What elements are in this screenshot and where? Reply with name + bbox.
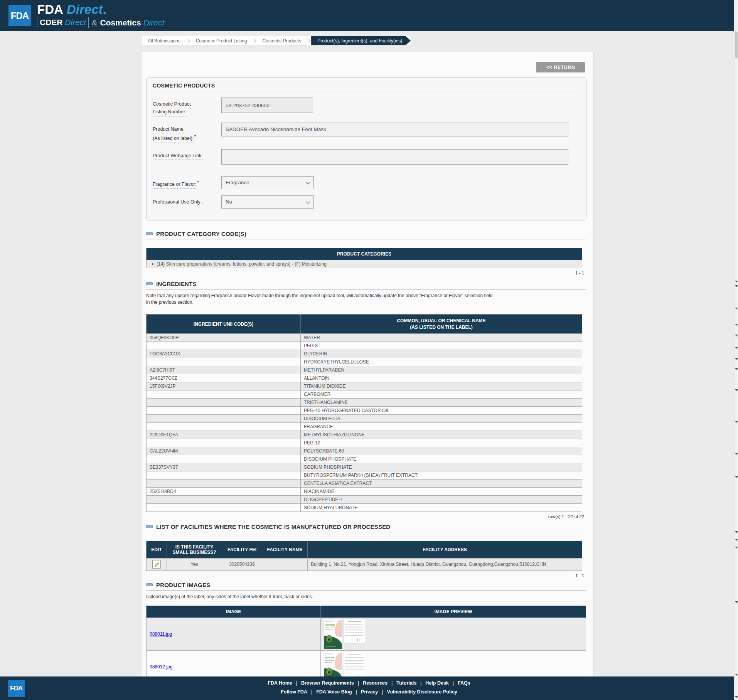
ingredient-name: TITANIUM DIOXIDE [301,382,582,390]
images-table: IMAGE IMAGE PREVIEW 088011.jpg SADOER Av… [146,606,586,683]
thumb-back-title [348,654,361,655]
footer-link[interactable]: Privacy [361,689,378,695]
thumb-script-text: Avocado [325,656,335,659]
site-footer: FDA FDA Home|Browser Requirements|Resour… [0,676,738,700]
footer-link[interactable]: FAQs [458,680,470,686]
image-col-header: IMAGE [147,606,321,618]
scrollbar-tick-icon [735,389,738,391]
barcode-graphic [357,638,363,642]
header-line: COMMON, USUAL OR CHEMICAL NAME [303,318,580,324]
breadcrumb-current-page: Product(s), Ingredient(s), and Facility(… [311,36,411,45]
image-file-link[interactable]: 088011.jpg [150,631,172,637]
scrollbar[interactable] [734,0,738,700]
ingredient-row: PEG-40 HYDROGENATED CASTOR OIL [147,406,582,414]
breadcrumb-all-submissions[interactable]: All Submissions [142,36,186,45]
webpage-link-input[interactable] [221,149,568,165]
ingredient-name: PEG-8 [301,342,582,350]
footer-link-separator: | [358,680,359,686]
thumb-back-lines [345,623,364,638]
label-front-thumbnail[interactable]: SADOER Avocado Nicotinamide Foot Mask [324,619,342,649]
ingredient-row: 229D0E1QFAMETHYLISOTHIAZOLINONE [147,431,582,439]
ingredient-row: 15FIX9V2JPTITANIUM DIOXIDE [147,382,582,390]
professional-use-row: Professional Use Only : No [153,195,580,209]
ingredient-name: METHYLISOTHIAZOLINONE [301,431,582,439]
ingredient-row: PDC6A3C0OXGLYCERIN [147,350,582,358]
breadcrumb-cosmetic-products[interactable]: Cosmetic Products [257,36,307,45]
ingredient-unii-code: 229D0E1QFA [147,431,301,439]
fragrance-select[interactable]: Fragrance [221,176,314,189]
product-name-row: Product Name (As listed on label):* [153,123,580,143]
ingredient-row: PEG-8 [147,342,582,350]
footer-link-separator: | [356,689,357,695]
fragrance-select-value: Fragrance [226,180,249,185]
footer-link-separator: | [453,680,454,686]
return-button[interactable]: << RETURN [536,62,585,72]
scrollbar-tick-icon [735,674,738,676]
footer-link[interactable]: FDA Voice Blog [316,689,352,695]
thumb-back-lines [345,656,364,670]
scrollbar-tick-icon [735,358,738,360]
scrollbar-tick-icon [735,281,738,283]
category-section-header: PRODUCT CATEGORY CODE(S) [146,231,586,239]
ingredient-name: DISODIUM EDTA [301,414,582,422]
ingredient-name: GLYCERIN [301,350,582,358]
thumb-back-title [348,621,361,622]
collapse-minus-icon[interactable] [146,282,153,285]
images-note: Upload image(s) of the label, any sides … [146,594,586,600]
label-back-thumbnail[interactable] [344,619,365,644]
ingredient-row: OLIGOPEPTIDE-1 [147,495,582,503]
webpage-link-label: Product Webpage Link: [153,149,221,165]
ingredient-unii-code: 25X51I8RD4 [147,487,301,495]
ingredient-row: 059QF0KO0RWATER [147,333,582,342]
brand-ampersand: & [91,18,97,27]
ingredient-row: CENTELLA ASIATICA EXTRACT [147,479,582,487]
thumb-script-text: Avocado [325,623,335,626]
images-section-header: PRODUCT IMAGES [146,582,586,591]
pencil-icon [154,562,160,567]
ingredient-unii-code [147,398,301,406]
image-file-link[interactable]: 088012.jpg [150,664,172,670]
professional-use-label: Professional Use Only : [153,195,221,209]
listing-number-row: Cosmetic Product Listing Number: [153,98,580,116]
footer-link[interactable]: Vulnerability Disclosure Policy [387,689,457,695]
chevron-right-icon [253,39,257,43]
collapse-minus-icon[interactable] [146,583,153,586]
categories-table-header: PRODUCT CATEGORIES [147,248,582,260]
image-preview: SADOER Avocado Nicotinamide Foot Mask [324,619,583,649]
footer-link[interactable]: FDA Home [268,680,292,686]
breadcrumb-cosmetic-product-listing[interactable]: Cosmetic Product Listing [190,36,253,45]
ingredient-unii-code [147,342,301,350]
thumb-brand-text: SADOER [325,653,334,655]
ingredient-unii-code [147,495,301,503]
facility-fei-header: FACILITY FEI [222,541,262,558]
product-name-input[interactable] [221,123,568,136]
collapse-minus-icon[interactable] [146,525,153,528]
chevron-down-icon [306,180,310,184]
footer-link[interactable]: Browser Requirements [301,680,354,686]
cosmetic-products-panel: COSMETIC PRODUCTS Cosmetic Product Listi… [146,77,586,220]
listing-number-input[interactable] [221,98,313,113]
thumb-text-lines [326,644,336,647]
ingredient-name: SODIUM HYALURONATE [301,503,582,512]
footer-links-row2: Follow FDA|FDA Voice Blog|Privacy|Vulner… [0,689,738,695]
collapse-minus-icon[interactable] [146,232,153,235]
footer-links-row1: FDA Home|Browser Requirements|Resources|… [0,680,738,686]
facility-edit-header: EDIT [147,541,167,558]
panel-title: COSMETIC PRODUCTS [153,82,580,91]
footer-link[interactable]: Tutorials [396,680,416,686]
edit-facility-button[interactable] [152,560,161,569]
facility-fei-value: 3020504236 [222,558,262,570]
footer-link[interactable]: Resources [363,680,388,686]
ingredient-unii-code: PDC6A3C0OX [147,350,301,358]
categories-pagination: 1 - 1 [146,271,584,275]
scrollbar-tick-icon [735,476,738,478]
footer-link[interactable]: Help Desk [425,680,448,686]
footer-link[interactable]: Follow FDA [281,689,307,695]
professional-use-select[interactable]: No [221,195,314,209]
facility-name-header: FACILITY NAME [262,541,308,558]
scrollbar-thumb[interactable] [735,32,738,59]
ingredient-name: NIACINAMIDE [301,487,582,495]
webpage-link-row: Product Webpage Link: [153,149,580,165]
ingredient-row: SE337SVY37SODIUM PHOSPHATE [147,463,582,471]
label-line: Professional Use Only : [153,199,203,206]
